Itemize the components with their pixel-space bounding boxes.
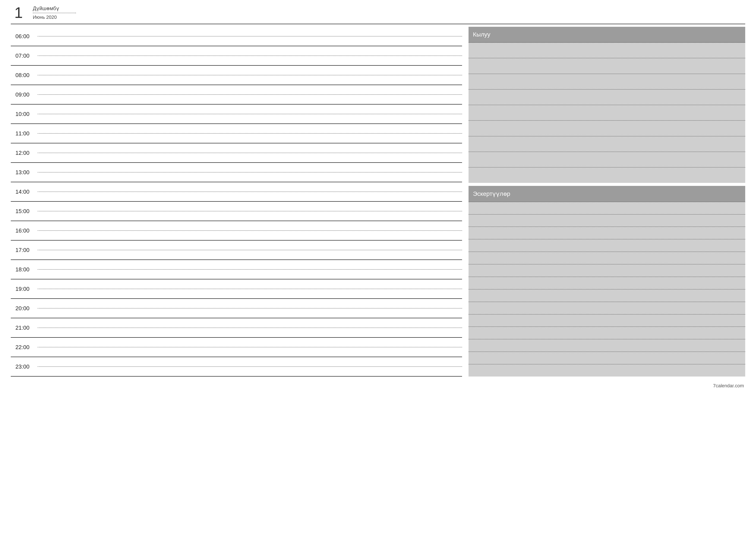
day-name: Дүйшөмбү [33, 5, 76, 13]
todo-line [469, 168, 745, 183]
notes-line [469, 214, 745, 227]
notes-line [469, 227, 745, 239]
hour-writing-line [38, 250, 462, 250]
footer-site: 7calendar.com [11, 377, 745, 389]
hour-writing-line [38, 36, 462, 37]
hour-row: 08:00 [11, 66, 462, 85]
hour-row: 16:00 [11, 221, 462, 240]
hour-writing-line [38, 114, 462, 114]
hour-writing-line [38, 366, 462, 367]
notes-line [469, 252, 745, 265]
day-meta: Дүйшөмбү Июнь 2020 [33, 5, 76, 20]
notes-line [469, 302, 745, 315]
hour-label: 08:00 [12, 72, 33, 79]
hour-writing-line [38, 172, 462, 173]
hour-writing-line [38, 230, 462, 231]
hour-row: 15:00 [11, 202, 462, 221]
hour-row: 06:00 [11, 27, 462, 46]
planner-content: 06:0007:0008:0009:0010:0011:0012:0013:00… [11, 27, 745, 377]
hour-label: 14:00 [12, 188, 33, 195]
hour-label: 15:00 [12, 208, 33, 214]
hour-writing-line [38, 269, 462, 270]
hour-row: 10:00 [11, 104, 462, 124]
hour-row: 09:00 [11, 85, 462, 104]
notes-panel: Эскертүүлөр [469, 186, 745, 377]
hour-writing-line [38, 211, 462, 211]
hour-writing-line [38, 308, 462, 309]
todo-line [469, 58, 745, 74]
month-year: Июнь 2020 [33, 14, 76, 20]
hour-label: 22:00 [12, 344, 33, 351]
hour-writing-line [38, 191, 462, 192]
hour-label: 20:00 [12, 305, 33, 312]
hour-label: 10:00 [12, 111, 33, 118]
notes-line [469, 327, 745, 339]
todo-line [469, 90, 745, 105]
notes-line [469, 339, 745, 352]
hour-label: 21:00 [12, 324, 33, 331]
hour-writing-line [38, 94, 462, 95]
hour-label: 11:00 [12, 130, 33, 137]
notes-line [469, 202, 745, 214]
todo-line [469, 43, 745, 58]
hour-label: 07:00 [12, 52, 33, 59]
hour-row: 21:00 [11, 318, 462, 338]
hour-label: 18:00 [12, 266, 33, 273]
sidebar: Кылуу Эскертүүлөр [469, 27, 745, 377]
hour-writing-line [38, 289, 462, 289]
hour-writing-line [38, 153, 462, 153]
hour-row: 12:00 [11, 143, 462, 163]
notes-line [469, 364, 745, 377]
hour-row: 22:00 [11, 338, 462, 357]
todo-line [469, 121, 745, 136]
hour-row: 17:00 [11, 240, 462, 260]
notes-line [469, 315, 745, 327]
hour-row: 13:00 [11, 163, 462, 182]
hour-row: 23:00 [11, 357, 462, 377]
notes-line [469, 352, 745, 364]
notes-line [469, 239, 745, 252]
todo-panel: Кылуу [469, 27, 745, 183]
hour-label: 16:00 [12, 227, 33, 234]
todo-line [469, 74, 745, 90]
hour-label: 17:00 [12, 247, 33, 253]
planner-header: 1 Дүйшөмбү Июнь 2020 [11, 4, 745, 24]
hour-label: 23:00 [12, 363, 33, 370]
notes-line [469, 277, 745, 290]
hour-row: 07:00 [11, 46, 462, 66]
notes-line [469, 290, 745, 302]
todo-title: Кылуу [469, 27, 745, 43]
hour-writing-line [38, 55, 462, 56]
day-number: 1 [12, 5, 25, 20]
hour-label: 09:00 [12, 91, 33, 98]
hour-row: 11:00 [11, 124, 462, 143]
notes-line [469, 265, 745, 277]
notes-title: Эскертүүлөр [469, 186, 745, 202]
hour-writing-line [38, 75, 462, 75]
hour-row: 18:00 [11, 260, 462, 279]
hour-row: 14:00 [11, 182, 462, 202]
todo-body [469, 43, 745, 183]
hour-label: 12:00 [12, 150, 33, 156]
notes-body [469, 202, 745, 377]
hour-row: 20:00 [11, 299, 462, 318]
todo-line [469, 152, 745, 168]
hourly-schedule: 06:0007:0008:0009:0010:0011:0012:0013:00… [11, 27, 462, 377]
todo-line [469, 105, 745, 121]
hour-row: 19:00 [11, 279, 462, 299]
hour-writing-line [38, 347, 462, 347]
todo-line [469, 136, 745, 152]
hour-writing-line [38, 133, 462, 134]
hour-writing-line [38, 327, 462, 328]
hour-label: 13:00 [12, 169, 33, 176]
hour-label: 19:00 [12, 286, 33, 292]
hour-label: 06:00 [12, 33, 33, 40]
